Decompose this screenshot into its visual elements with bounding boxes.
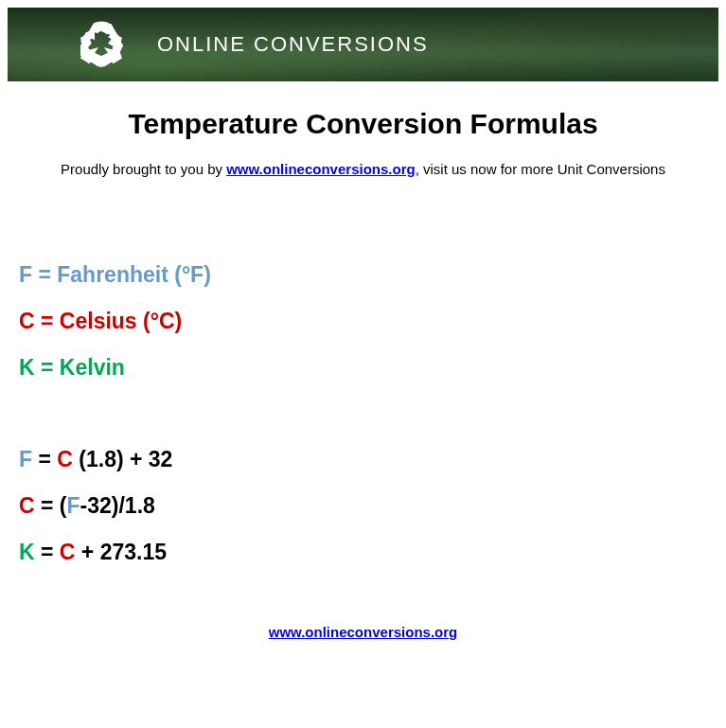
k-text: = Kelvin — [35, 355, 125, 380]
c-eq: = ( — [35, 493, 67, 518]
f-eq: = — [32, 447, 57, 471]
celsius-definition: C = Celsius (°C) — [19, 309, 718, 334]
f-text: = Fahrenheit (°F) — [32, 262, 211, 287]
celsius-formula: C = (F-32)/1.8 — [19, 493, 718, 519]
fahrenheit-formula: F = C (1.8) + 32 — [19, 447, 718, 472]
definitions-section: F = Fahrenheit (°F) C = Celsius (°C) K =… — [8, 262, 718, 381]
subtitle-link[interactable]: www.onlineconversions.org — [226, 161, 415, 177]
c-var: C — [19, 493, 35, 518]
page-title: Temperature Conversion Formulas — [8, 108, 718, 140]
subtitle-suffix: , visit us now for more Unit Conversions — [416, 161, 665, 177]
k-letter: K — [19, 355, 35, 380]
formulas-section: F = C (1.8) + 32 C = (F-32)/1.8 K = C + … — [8, 447, 718, 565]
k-c-var: C — [60, 540, 76, 564]
f-rest: (1.8) + 32 — [73, 447, 172, 471]
footer-link[interactable]: www.onlineconversions.org — [269, 624, 457, 640]
footer: www.onlineconversions.org — [8, 624, 718, 641]
kelvin-definition: K = Kelvin — [19, 355, 718, 381]
banner-title: ONLINE CONVERSIONS — [157, 32, 429, 57]
c-f-var: F — [67, 493, 80, 518]
f-var: F — [19, 447, 32, 471]
c-rest: -32)/1.8 — [80, 493, 155, 518]
c-letter: C — [19, 309, 35, 333]
f-letter: F — [19, 262, 32, 287]
c-text: = Celsius (°C) — [35, 309, 183, 333]
fahrenheit-definition: F = Fahrenheit (°F) — [19, 262, 718, 288]
k-var: K — [19, 540, 35, 564]
recycle-icon — [74, 17, 129, 72]
kelvin-formula: K = C + 273.15 — [19, 540, 718, 565]
k-eq: = — [35, 540, 60, 564]
f-c-var: C — [57, 447, 73, 471]
subtitle-prefix: Proudly brought to you by — [61, 161, 226, 177]
subtitle: Proudly brought to you by www.onlineconv… — [8, 161, 718, 177]
header-banner: ONLINE CONVERSIONS — [8, 8, 718, 81]
k-rest: + 273.15 — [75, 540, 167, 564]
